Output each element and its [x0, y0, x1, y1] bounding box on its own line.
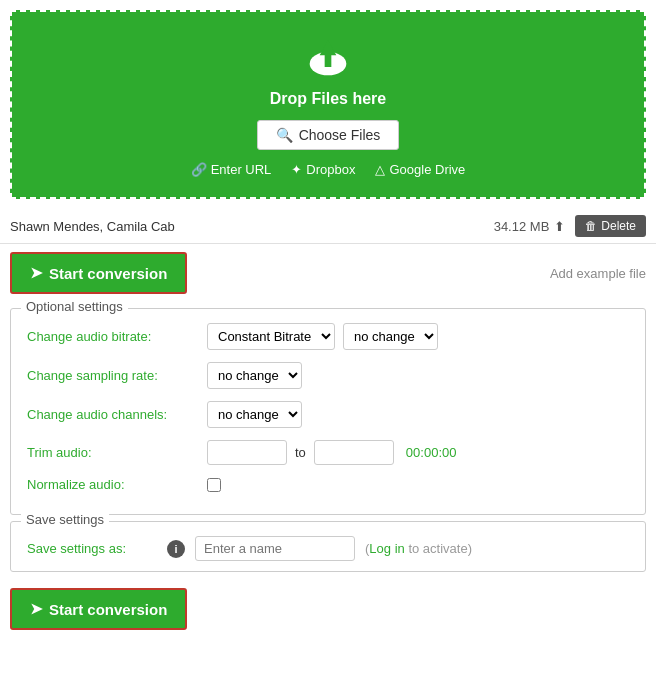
file-row: Shawn Mendes, Camila Cab 34.12 MB ⬆ 🗑 De… [0, 209, 656, 244]
google-drive-link[interactable]: △ Google Drive [375, 162, 465, 177]
normalize-row: Normalize audio: [27, 477, 629, 492]
start-conversion-label-bottom: Start conversion [49, 601, 167, 618]
bitrate-control: Constant Bitrate Variable Bitrate no cha… [207, 323, 438, 350]
upload-icon [303, 32, 353, 82]
trim-label: Trim audio: [27, 445, 197, 460]
save-row: Save settings as: i (Log in to activate) [27, 536, 629, 561]
start-conversion-button-bottom[interactable]: ➤ Start conversion [10, 588, 187, 630]
dropbox-label: Dropbox [306, 162, 355, 177]
sampling-label: Change sampling rate: [27, 368, 197, 383]
upload-arrow-icon: ⬆ [554, 219, 565, 234]
sampling-select[interactable]: no change 8000 Hz 11025 Hz 16000 Hz 2205… [207, 362, 302, 389]
choose-files-button[interactable]: 🔍 Choose Files [257, 120, 400, 150]
drop-zone[interactable]: Drop Files here 🔍 Choose Files 🔗 Enter U… [10, 10, 646, 199]
bitrate-value-select[interactable]: no change 64 kbit/s 128 kbit/s 192 kbit/… [343, 323, 438, 350]
start-conversion-label: Start conversion [49, 265, 167, 282]
normalize-checkbox[interactable] [207, 478, 221, 492]
channels-control: no change 1 (Mono) 2 (Stereo) [207, 401, 302, 428]
channels-row: Change audio channels: no change 1 (Mono… [27, 401, 629, 428]
dropbox-icon: ✦ [291, 162, 302, 177]
bitrate-row: Change audio bitrate: Constant Bitrate V… [27, 323, 629, 350]
choose-files-label: Choose Files [299, 127, 381, 143]
login-link[interactable]: Log in [369, 541, 404, 556]
google-drive-icon: △ [375, 162, 385, 177]
info-icon: i [167, 540, 185, 558]
channels-select[interactable]: no change 1 (Mono) 2 (Stereo) [207, 401, 302, 428]
save-settings-section: Save settings Save settings as: i (Log i… [10, 521, 646, 572]
file-name: Shawn Mendes, Camila Cab [10, 219, 494, 234]
dropbox-link[interactable]: ✦ Dropbox [291, 162, 355, 177]
save-label: Save settings as: [27, 541, 157, 556]
enter-url-link[interactable]: 🔗 Enter URL [191, 162, 272, 177]
bitrate-label: Change audio bitrate: [27, 329, 197, 344]
optional-settings-section: Optional settings Change audio bitrate: … [10, 308, 646, 515]
action-bar: ➤ Start conversion Add example file [0, 244, 656, 302]
bottom-action: ➤ Start conversion [0, 578, 656, 644]
trim-to-text: to [295, 445, 306, 460]
trim-control: to 00:00:00 [207, 440, 456, 465]
login-link-text: (Log in to activate) [365, 541, 472, 556]
link-icon: 🔗 [191, 162, 207, 177]
delete-label: Delete [601, 219, 636, 233]
trim-row: Trim audio: to 00:00:00 [27, 440, 629, 465]
save-name-input[interactable] [195, 536, 355, 561]
drop-links: 🔗 Enter URL ✦ Dropbox △ Google Drive [22, 162, 634, 177]
sampling-row: Change sampling rate: no change 8000 Hz … [27, 362, 629, 389]
file-size: 34.12 MB ⬆ [494, 219, 566, 234]
delete-button[interactable]: 🗑 Delete [575, 215, 646, 237]
search-icon: 🔍 [276, 127, 293, 143]
chevron-right-icon-bottom: ➤ [30, 600, 43, 618]
drop-text: Drop Files here [22, 90, 634, 108]
trim-end-input[interactable] [314, 440, 394, 465]
optional-settings-legend: Optional settings [21, 299, 128, 314]
trash-icon: 🗑 [585, 219, 597, 233]
chevron-right-icon: ➤ [30, 264, 43, 282]
sampling-control: no change 8000 Hz 11025 Hz 16000 Hz 2205… [207, 362, 302, 389]
trim-start-input[interactable] [207, 440, 287, 465]
bitrate-type-select[interactable]: Constant Bitrate Variable Bitrate [207, 323, 335, 350]
trim-time-display: 00:00:00 [406, 445, 457, 460]
save-settings-legend: Save settings [21, 512, 109, 527]
google-drive-label: Google Drive [389, 162, 465, 177]
file-size-value: 34.12 MB [494, 219, 550, 234]
start-conversion-button-top[interactable]: ➤ Start conversion [10, 252, 187, 294]
enter-url-label: Enter URL [211, 162, 272, 177]
normalize-control [207, 478, 221, 492]
normalize-label: Normalize audio: [27, 477, 197, 492]
channels-label: Change audio channels: [27, 407, 197, 422]
add-example-link[interactable]: Add example file [550, 266, 646, 281]
